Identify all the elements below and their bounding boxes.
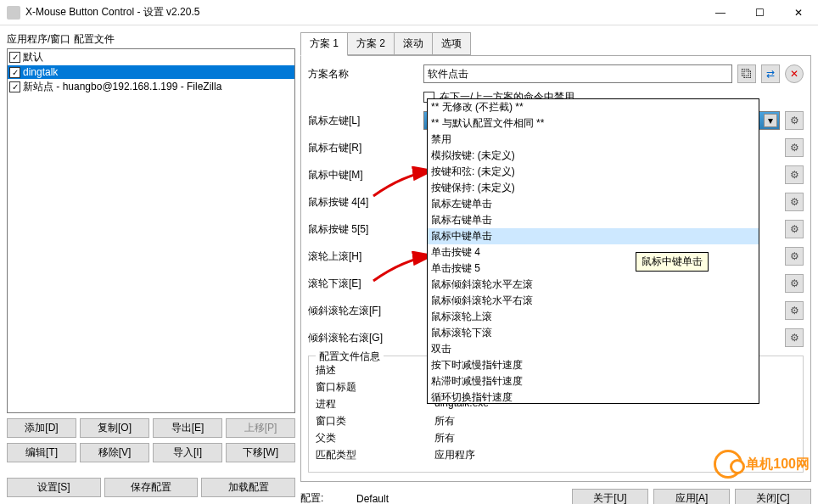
profile-label: 新站点 - huangbo@192.168.1.199 - FileZilla (23, 80, 221, 94)
maximize-button[interactable]: ☐ (740, 0, 779, 25)
profile-item[interactable]: ✓新站点 - huangbo@192.168.1.199 - FileZilla (8, 79, 294, 95)
about-button[interactable]: 关于[U] (572, 489, 648, 504)
dropdown-item[interactable]: ** 与默认配置文件相同 ** (428, 115, 759, 132)
dropdown-item[interactable]: 鼠标左键单击 (428, 196, 759, 212)
button-label: 鼠标右键[R] (308, 141, 418, 155)
gear-icon[interactable]: ⚙ (785, 274, 804, 293)
info-group-title: 配置文件信息 (316, 350, 384, 364)
info-value: 所有 (434, 414, 455, 428)
dropdown-item[interactable]: 按键保持: (未定义) (428, 180, 759, 196)
gear-icon[interactable]: ⚙ (785, 328, 804, 347)
apply-button[interactable]: 应用[A] (653, 489, 730, 504)
action-button[interactable]: 设置[S] (7, 478, 101, 497)
dropdown-item[interactable]: 单击按键 5 (428, 260, 759, 277)
button-label: 鼠标按键 5[5] (308, 222, 418, 237)
tab[interactable]: 滚动 (394, 32, 433, 55)
dropdown-item[interactable]: 单击按键 4 (428, 244, 759, 260)
dropdown-item[interactable]: 鼠标中键单击 (428, 228, 759, 244)
dropdown-item[interactable]: 鼠标右键单击 (428, 212, 759, 228)
action-button[interactable]: 保存配置 (104, 478, 199, 497)
gear-icon[interactable]: ⚙ (785, 301, 804, 320)
info-value: 所有 (434, 431, 455, 445)
close-settings-button[interactable]: 关闭[C] (735, 489, 811, 504)
action-dropdown[interactable]: 鼠标中键单击 ** 无修改 (不拦截) **** 与默认配置文件相同 **禁用模… (427, 98, 759, 404)
dropdown-item[interactable]: 鼠标滚轮下滚 (428, 325, 759, 341)
dropdown-tooltip: 鼠标中键单击 (636, 252, 709, 272)
dropdown-item[interactable]: 鼠标倾斜滚轮水平右滚 (428, 293, 759, 309)
dropdown-item[interactable]: 双击 (428, 341, 759, 357)
close-button[interactable]: ✕ (779, 0, 818, 25)
info-label: 进程 (316, 397, 434, 412)
action-button[interactable]: 编辑[T] (7, 443, 76, 462)
profile-label: dingtalk (23, 66, 58, 78)
config-label: 配置: (300, 491, 351, 504)
info-label: 窗口类 (316, 414, 434, 428)
swap-button[interactable]: ⇄ (761, 64, 780, 83)
copy-button[interactable]: ⿻ (737, 64, 756, 83)
profile-item[interactable]: ✓默认 (8, 49, 294, 65)
button-label: 滚轮下滚[E] (308, 277, 418, 291)
gear-icon[interactable]: ⚙ (785, 247, 804, 266)
dropdown-item[interactable]: 模拟按键: (未定义) (428, 148, 759, 164)
action-button[interactable]: 导出[E] (153, 418, 222, 438)
gear-icon[interactable]: ⚙ (785, 138, 804, 157)
dropdown-item[interactable]: 鼠标倾斜滚轮水平左滚 (428, 277, 759, 293)
gear-icon[interactable]: ⚙ (785, 165, 804, 184)
delete-button[interactable]: ✕ (785, 64, 804, 83)
dropdown-item[interactable]: 粘滞时减慢指针速度 (428, 373, 759, 389)
dropdown-item[interactable]: 循环切换指针速度 (428, 389, 759, 404)
plan-name-input[interactable] (423, 64, 732, 83)
minimize-button[interactable]: — (701, 0, 740, 25)
profiles-label: 应用程序/窗口 配置文件 (7, 32, 295, 47)
app-icon (7, 6, 20, 20)
plan-name-label: 方案名称 (308, 67, 418, 81)
dropdown-item[interactable]: 按键和弦: (未定义) (428, 164, 759, 180)
info-value: 应用程序 (434, 448, 475, 462)
chevron-down-icon[interactable]: ▾ (764, 114, 777, 127)
window-title: X-Mouse Button Control - 设置 v2.20.5 (25, 5, 701, 20)
profiles-list[interactable]: ✓默认✓dingtalk✓新站点 - huangbo@192.168.1.199… (7, 48, 295, 413)
tab[interactable]: 选项 (432, 32, 471, 55)
button-label: 鼠标左键[L] (308, 114, 418, 128)
profile-checkbox[interactable]: ✓ (9, 52, 20, 63)
button-label: 倾斜滚轮右滚[G] (308, 331, 418, 345)
profile-label: 默认 (23, 50, 43, 64)
tab[interactable]: 方案 1 (300, 32, 348, 56)
button-label: 鼠标按键 4[4] (308, 195, 418, 210)
dropdown-item[interactable]: ** 无修改 (不拦截) ** (428, 99, 759, 115)
tab[interactable]: 方案 2 (347, 32, 395, 55)
info-label: 描述 (316, 363, 434, 378)
gear-icon[interactable]: ⚙ (785, 111, 804, 130)
action-button[interactable]: 下移[W] (226, 443, 295, 462)
action-button[interactable]: 复制[O] (80, 418, 149, 438)
button-label: 鼠标中键[M] (308, 168, 418, 182)
config-value: Default (356, 493, 458, 505)
info-label: 匹配类型 (316, 448, 434, 462)
button-label: 倾斜滚轮左滚[F] (308, 304, 418, 318)
info-label: 窗口标题 (316, 380, 434, 395)
button-label: 滚轮上滚[H] (308, 249, 418, 264)
profile-item[interactable]: ✓dingtalk (8, 65, 294, 79)
gear-icon[interactable]: ⚙ (785, 220, 804, 238)
dropdown-item[interactable]: 禁用 (428, 132, 759, 148)
action-button[interactable]: 添加[D] (7, 418, 76, 438)
action-button[interactable]: 移除[V] (80, 443, 149, 462)
dropdown-item[interactable]: 按下时减慢指针速度 (428, 357, 759, 373)
info-label: 父类 (316, 431, 434, 445)
action-button[interactable]: 导入[I] (153, 443, 222, 462)
profile-checkbox[interactable]: ✓ (9, 81, 20, 92)
dropdown-item[interactable]: 鼠标滚轮上滚 (428, 309, 759, 325)
gear-icon[interactable]: ⚙ (785, 193, 804, 211)
action-button[interactable]: 加载配置 (201, 478, 295, 497)
action-button: 上移[P] (226, 418, 295, 438)
profile-checkbox[interactable]: ✓ (9, 67, 20, 78)
